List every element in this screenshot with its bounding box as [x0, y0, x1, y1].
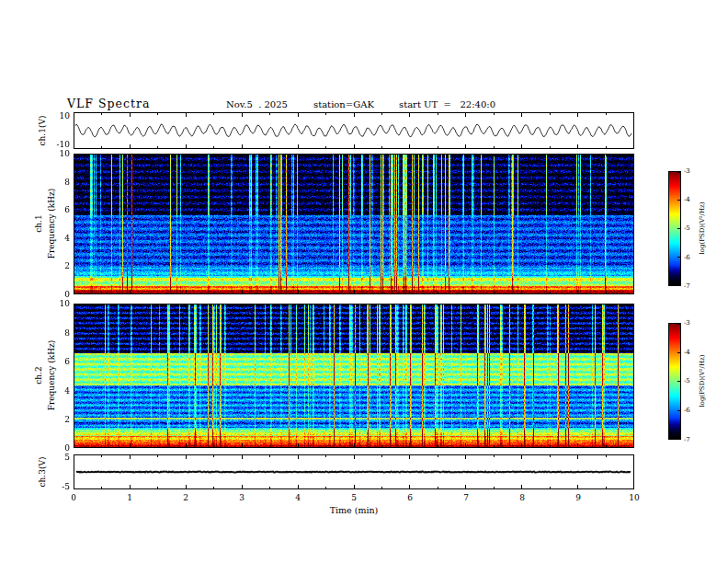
page-title: VLF Spectra [67, 97, 150, 110]
xtick: 0 [64, 493, 83, 502]
spec1-ytick: 6 [46, 205, 70, 214]
cbar2-tick: -6 [684, 407, 700, 414]
spec1-ytick: 0 [46, 290, 70, 299]
spec2-ytick: 4 [46, 386, 70, 396]
xtick: 2 [176, 493, 195, 502]
cbar1-tick: -3 [684, 167, 700, 175]
wave1-ytick-max: 10 [46, 111, 70, 121]
colorbar-ch1-canvas [668, 171, 681, 286]
xtick: 8 [513, 493, 531, 502]
ch1-spectrogram-canvas [74, 154, 634, 294]
station-label: station=GAK [313, 99, 374, 109]
xtick: 10 [625, 493, 643, 502]
cbar2-tick: -7 [684, 436, 700, 443]
cbar1-tick: -6 [684, 254, 700, 261]
time-axis-label: Time (min) [317, 505, 391, 515]
spec2-ytick: 2 [46, 415, 70, 424]
xtick: 6 [401, 493, 419, 502]
spec1-ytick: 8 [46, 178, 70, 187]
xtick: 5 [345, 493, 363, 502]
spec1-ytick: 2 [46, 261, 70, 270]
date-label: Nov.5 . 2025 [226, 99, 288, 109]
wave3-ytick-min: -5 [46, 482, 70, 491]
colorbar-ch2-canvas [668, 323, 681, 440]
xtick: 1 [120, 493, 139, 502]
wave3-ytick-max: 5 [46, 453, 70, 462]
spec2-ytick: 10 [46, 299, 70, 308]
vlf-spectra-figure: VLF Spectra Nov.5 . 2025 station=GAK sta… [0, 0, 728, 563]
cbar1-tick: -5 [684, 224, 700, 232]
ch1-waveform-canvas [74, 112, 634, 149]
cbar1-tick: -7 [684, 282, 700, 290]
ch3-waveform-canvas [74, 454, 634, 489]
spec1-channel-label: ch.1 [34, 214, 43, 232]
spec2-frequency-axis-label: Frequency (kHz) [47, 340, 56, 411]
spec1-frequency-axis-label: Frequency (kHz) [47, 189, 56, 259]
xtick: 9 [569, 493, 587, 502]
wave1-ytick-min: -10 [46, 140, 70, 149]
xtick: 7 [457, 493, 475, 502]
spec2-ytick: 6 [46, 357, 70, 366]
spec1-ytick: 10 [46, 149, 70, 158]
cbar1-tick: -4 [684, 196, 700, 203]
spec2-channel-label: ch.2 [34, 366, 43, 384]
spec2-ytick: 8 [46, 328, 70, 338]
start-ut-label: start UT = 22:40:0 [399, 99, 495, 109]
cbar2-tick: -3 [684, 319, 700, 327]
spec2-ytick: 0 [46, 443, 70, 453]
cbar2-tick: -5 [684, 377, 700, 385]
xtick: 3 [233, 493, 251, 502]
ch2-spectrogram-canvas [74, 304, 634, 448]
xtick: 4 [289, 493, 307, 502]
spec1-ytick: 4 [46, 234, 70, 243]
cbar2-tick: -4 [684, 349, 700, 356]
